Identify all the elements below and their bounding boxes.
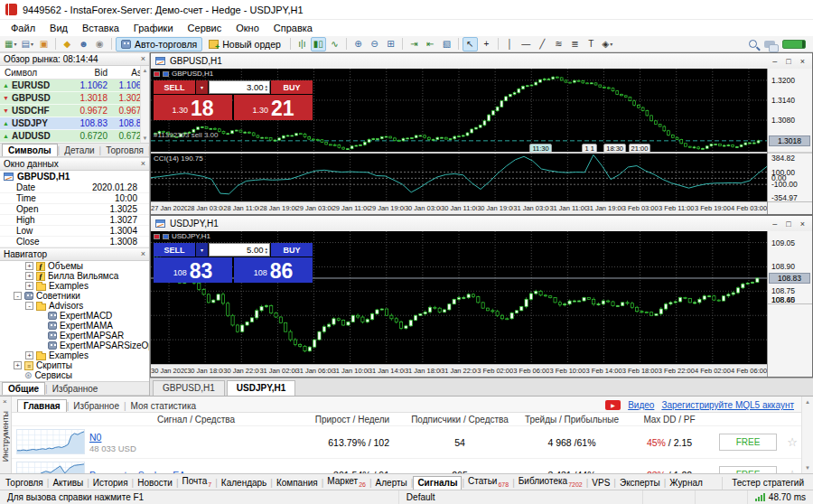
buy-button[interactable]: BUY — [271, 243, 313, 257]
sell-button[interactable]: SELL — [154, 243, 195, 257]
tree-item-Сервисы[interactable]: ⊛Сервисы — [0, 370, 149, 380]
depth-icon[interactable] — [163, 71, 169, 77]
tree-item-Советники[interactable]: -Советники — [0, 291, 149, 301]
tree-item-Advisors[interactable]: -Advisors — [0, 301, 149, 311]
sell-dropdown-icon[interactable]: ▾ — [196, 243, 208, 257]
strategy-tester-tab[interactable]: Тестер стратегий — [722, 477, 813, 490]
crosshair-icon[interactable]: + — [479, 37, 494, 51]
gbpusd-time-axis[interactable]: 27 Jan 202028 Jan 03:0028 Jan 11:0028 Ja… — [151, 201, 767, 214]
youtube-icon[interactable]: ▶ — [605, 400, 621, 410]
market-watch-row-GBPUSD[interactable]: ▼GBPUSD1.30181.3021 — [0, 92, 149, 105]
new-chart-icon[interactable]: ▦▾ — [3, 37, 18, 51]
collapse-icon[interactable]: - — [14, 292, 22, 300]
profiles-icon[interactable]: ▤▾ — [19, 37, 34, 51]
bottom-tab-Почта[interactable]: Почта7 — [179, 475, 216, 490]
column-header[interactable]: Max DD / PF — [626, 415, 713, 425]
bottom-tab-Торговля[interactable]: Торговля — [2, 477, 47, 490]
tree-item-ExpertMACD[interactable]: ExpertMACD — [0, 311, 149, 321]
volume-input[interactable]: 5.00 ▴▾ — [209, 243, 270, 257]
bottom-tab-Сигналы[interactable]: Сигналы — [413, 476, 462, 490]
register-mql5-link[interactable]: Зарегистрируйте MQL5 аккаунт — [661, 400, 794, 410]
close-icon[interactable]: × — [800, 57, 805, 66]
chart-tab-USDJPY,H1[interactable]: USDJPY,H1 — [227, 380, 295, 396]
line-chart-icon[interactable]: ∿ — [327, 37, 342, 51]
tree-item-Билла Вильямса[interactable]: +ƒБилла Вильямса — [0, 271, 149, 281]
sell-price[interactable]: 108 83 — [154, 257, 232, 283]
column-symbol[interactable]: Символ — [0, 68, 68, 78]
buy-button[interactable]: BUY — [271, 80, 313, 94]
maximize-icon[interactable]: □ — [786, 219, 790, 229]
depth-icon[interactable] — [163, 234, 169, 239]
menu-item-Файл[interactable]: Файл — [4, 22, 42, 34]
close-icon[interactable]: × — [141, 55, 145, 63]
market-watch-scrollbar[interactable]: ▲ ▼ — [140, 66, 149, 143]
bottom-tab-Новости[interactable]: Новости — [134, 477, 176, 490]
column-header[interactable]: Трейды / Прибыльные — [518, 415, 626, 425]
expand-icon[interactable]: + — [14, 361, 22, 369]
gbpusd-cci-plot[interactable]: CCI(14) 190.75 — [151, 154, 767, 201]
bottom-tab-Маркет[interactable]: Маркет26 — [323, 475, 369, 490]
community-icon[interactable]: ☻ — [76, 37, 91, 51]
video-link[interactable]: Видео — [628, 400, 654, 410]
market-watch-row-AUDUSD[interactable]: ▲AUDUSD0.67200.6723 — [0, 130, 149, 143]
auto-scroll-icon[interactable]: ⇤ — [423, 37, 438, 51]
tree-item-Examples[interactable]: +Examples — [0, 281, 149, 291]
minimize-icon[interactable]: – — [772, 57, 777, 66]
history-center-icon[interactable]: ▣ — [36, 37, 51, 51]
sell-button[interactable]: SELL — [154, 80, 195, 94]
shapes-icon[interactable]: ◈▾ — [600, 37, 615, 51]
tree-item-ExpertMAPSAR[interactable]: ExpertMAPSAR — [0, 331, 149, 341]
tile-windows-icon[interactable]: ⊞ — [383, 37, 398, 51]
shift-end-icon[interactable]: ⇥ — [406, 37, 422, 51]
maximize-icon[interactable]: □ — [786, 57, 790, 66]
tab-Избранное[interactable]: Избранное — [48, 383, 103, 395]
bottom-tab-История[interactable]: История — [89, 477, 132, 490]
expand-icon[interactable]: + — [25, 262, 33, 270]
column-header[interactable]: Подписчики / Средства — [402, 415, 518, 425]
signal-row[interactable]: Prospector Scalper EA301.54% / 912653 43… — [12, 459, 801, 473]
menu-item-Сервис[interactable]: Сервис — [181, 22, 229, 34]
status-profile[interactable]: Default — [399, 490, 643, 504]
tab-Символы[interactable]: Символы — [2, 144, 58, 156]
free-button[interactable]: FREE — [719, 434, 777, 451]
market-watch-row-EURUSD[interactable]: ▲EURUSD1.10621.1065 — [0, 79, 149, 92]
chart-tab-GBPUSD,H1[interactable]: GBPUSD,H1 — [153, 380, 225, 396]
column-header[interactable]: Сигнал / Средства — [89, 415, 303, 425]
toolbox-scrollbar[interactable]: ▲ ▼ — [801, 397, 813, 473]
one-click-icon[interactable] — [154, 234, 160, 239]
search-icon[interactable] — [749, 40, 757, 48]
bottom-tab-Эксперты[interactable]: Эксперты — [616, 477, 664, 490]
one-click-icon[interactable] — [154, 71, 160, 77]
payments-icon[interactable]: ◆ — [60, 37, 75, 51]
bottom-tab-Активы[interactable]: Активы — [49, 477, 87, 490]
bottom-tab-VPS[interactable]: VPS — [588, 477, 613, 490]
volume-spinner[interactable]: ▴▾ — [265, 84, 267, 91]
favorite-star-icon[interactable]: ☆ — [783, 435, 801, 449]
expand-icon[interactable]: + — [25, 351, 33, 359]
text-tool-icon[interactable]: T — [584, 37, 599, 51]
bottom-tab-Календарь[interactable]: Календарь — [218, 477, 270, 490]
autotrade-button[interactable]: Авто-торговля — [116, 37, 202, 51]
close-icon[interactable]: × — [141, 160, 145, 168]
close-icon[interactable]: × — [800, 219, 805, 229]
menu-item-Вставка[interactable]: Вставка — [75, 22, 126, 34]
cursor-icon[interactable]: ↖ — [463, 37, 478, 51]
toolbox-tab-Главная[interactable]: Главная — [17, 399, 67, 412]
signal-name-link[interactable]: N0 — [89, 432, 101, 443]
candles-chart-icon[interactable]: ▮▯ — [311, 37, 326, 51]
menu-item-Справка[interactable]: Справка — [266, 22, 320, 34]
tab-Общие[interactable]: Общие — [2, 382, 45, 395]
menu-item-Графики[interactable]: Графики — [126, 22, 181, 34]
bottom-tab-Журнал[interactable]: Журнал — [666, 477, 706, 490]
tree-item-ExpertMAPSARSizeOptim[interactable]: ExpertMAPSARSizeOptim — [0, 341, 149, 350]
zoom-out-icon[interactable]: ⊖ — [367, 37, 382, 51]
close-icon[interactable]: × — [141, 250, 145, 258]
collapse-icon[interactable]: - — [25, 302, 33, 310]
broadcast-icon[interactable]: ◉ — [92, 37, 107, 51]
templates-icon[interactable]: ▧ — [439, 37, 454, 51]
vertical-line-icon[interactable]: │ — [502, 37, 518, 51]
usdjpy-price-scale[interactable]: 109.05108.90108.75108.60108.45108.83 — [767, 231, 812, 377]
column-header[interactable]: Прирост / Недели — [303, 415, 402, 425]
scroll-down-icon[interactable]: ▼ — [143, 135, 148, 141]
buy-price[interactable]: 108 86 — [234, 257, 313, 283]
